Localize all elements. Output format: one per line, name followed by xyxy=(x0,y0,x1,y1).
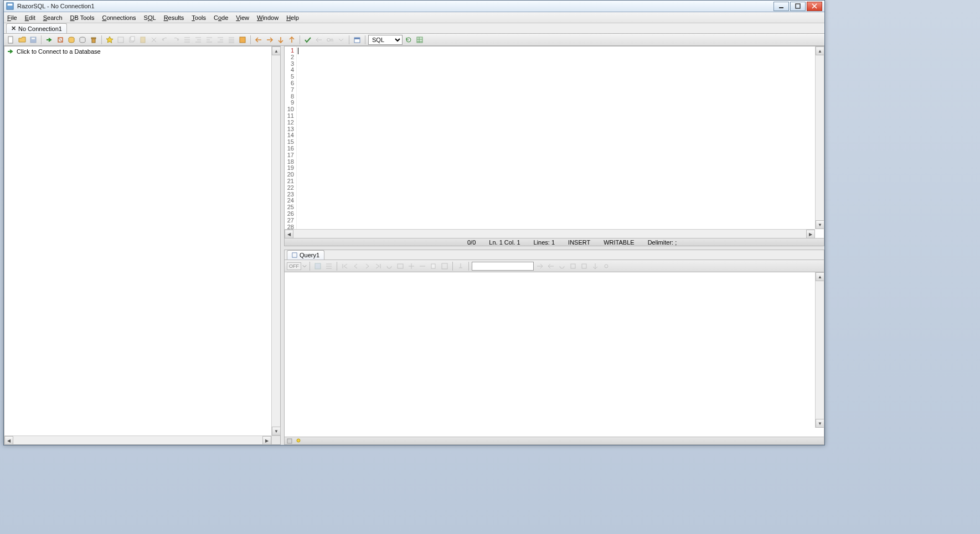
result-vscrollbar[interactable]: ▲ ▼ xyxy=(815,272,824,428)
scroll-up-icon[interactable]: ▲ xyxy=(272,46,281,55)
connection-tab[interactable]: ✕ No Connection1 xyxy=(6,23,67,33)
minimize-button[interactable] xyxy=(773,2,789,11)
scroll-down-icon[interactable]: ▼ xyxy=(272,427,281,436)
scroll-left-icon[interactable]: ◀ xyxy=(4,436,13,445)
result-list-button[interactable] xyxy=(324,261,334,271)
nav-back-button[interactable] xyxy=(254,35,264,45)
tb-cut-button[interactable] xyxy=(149,35,159,45)
check-button[interactable] xyxy=(303,35,313,45)
tb-redo-button[interactable] xyxy=(171,35,181,45)
result-save-button[interactable] xyxy=(313,261,323,271)
new-file-button[interactable] xyxy=(6,35,16,45)
delete-button[interactable] xyxy=(89,35,99,45)
result-search-input[interactable] xyxy=(472,262,534,271)
scroll-up-icon[interactable]: ▲ xyxy=(816,272,824,281)
menu-file[interactable]: File xyxy=(7,14,17,21)
refresh-syntax-button[interactable] xyxy=(404,35,414,45)
off-toggle[interactable]: OFF xyxy=(287,262,301,270)
menu-results[interactable]: Results xyxy=(164,14,184,21)
scroll-left-icon[interactable]: ◀ xyxy=(285,230,293,239)
outdent-button[interactable] xyxy=(193,35,203,45)
maximize-button[interactable] xyxy=(790,2,806,11)
nav-forward-button[interactable] xyxy=(265,35,275,45)
menu-connections[interactable]: Connections xyxy=(102,14,136,21)
connect-prompt[interactable]: Click to Connect to a Database xyxy=(4,46,280,56)
indent-button[interactable] xyxy=(182,35,192,45)
result-copy-button[interactable] xyxy=(429,261,439,271)
open-file-button[interactable] xyxy=(17,35,27,45)
scroll-down-icon[interactable]: ▼ xyxy=(816,220,824,229)
nav-down-button[interactable] xyxy=(276,35,286,45)
menu-code[interactable]: Code xyxy=(214,14,228,21)
execute-selection-button[interactable] xyxy=(116,35,126,45)
result-first-button[interactable] xyxy=(340,261,350,271)
app-window: RazorSQL - No Connection1 File Edit Sear… xyxy=(3,0,825,445)
titlebar[interactable]: RazorSQL - No Connection1 xyxy=(4,1,824,12)
result-next-button[interactable] xyxy=(362,261,372,271)
tool-gear-button[interactable] xyxy=(601,261,611,271)
calendar-button[interactable] xyxy=(352,35,362,45)
scroll-right-icon[interactable]: ▶ xyxy=(262,436,271,445)
menu-db-tools[interactable]: DB Tools xyxy=(70,14,95,21)
scroll-down-icon[interactable]: ▼ xyxy=(816,419,824,428)
result-grid[interactable]: ▲ ▼ xyxy=(285,272,824,437)
result-prev-button[interactable] xyxy=(351,261,361,271)
nav-hscrollbar[interactable]: ◀ ▶ xyxy=(4,436,271,444)
tb-paste-button[interactable] xyxy=(138,35,148,45)
syntax-select[interactable]: SQL xyxy=(368,35,403,45)
chevron-down-icon[interactable] xyxy=(302,264,307,268)
db-browse-button[interactable] xyxy=(66,35,76,45)
format-button[interactable] xyxy=(226,35,236,45)
connect-icon xyxy=(7,48,14,55)
svg-rect-6 xyxy=(32,38,35,39)
back-arrow-button[interactable] xyxy=(314,35,324,45)
highlight-button[interactable] xyxy=(238,35,247,45)
search-refresh-button[interactable] xyxy=(557,261,567,271)
svg-point-29 xyxy=(297,439,300,442)
scroll-up-icon[interactable]: ▲ xyxy=(816,46,824,55)
scroll-right-icon[interactable]: ▶ xyxy=(806,230,815,239)
tool-a-button[interactable] xyxy=(568,261,578,271)
code-area[interactable] xyxy=(297,46,824,246)
result-remove-button[interactable] xyxy=(417,261,427,271)
table-button[interactable] xyxy=(415,35,425,45)
search-next-button[interactable] xyxy=(535,261,545,271)
result-tab[interactable]: Query1 xyxy=(287,250,324,260)
menu-view[interactable]: View xyxy=(236,14,249,21)
tool-b-button[interactable] xyxy=(579,261,589,271)
svg-rect-21 xyxy=(315,263,321,269)
nav-up-button[interactable] xyxy=(287,35,297,45)
disconnect-button[interactable] xyxy=(55,35,65,45)
menu-edit[interactable]: Edit xyxy=(25,14,35,21)
result-last-button[interactable] xyxy=(373,261,383,271)
result-rows-button[interactable] xyxy=(395,261,405,271)
tool-down-button[interactable] xyxy=(590,261,600,271)
result-refresh-button[interactable] xyxy=(384,261,394,271)
tb-undo-button[interactable] xyxy=(160,35,170,45)
execute-button[interactable] xyxy=(105,35,115,45)
menu-window[interactable]: Window xyxy=(257,14,278,21)
nav-vscrollbar[interactable]: ▲ ▼ xyxy=(271,46,280,436)
svg-rect-16 xyxy=(240,37,245,43)
dropdown-button[interactable] xyxy=(336,35,346,45)
menu-tools[interactable]: Tools xyxy=(192,14,206,21)
result-tab-icon xyxy=(292,252,297,258)
connect-button[interactable] xyxy=(44,35,54,45)
editor-hscrollbar[interactable]: ◀ ▶ xyxy=(285,229,815,238)
menu-help[interactable]: Help xyxy=(286,14,299,21)
db-tool-button[interactable] xyxy=(78,35,87,45)
editor-vscrollbar[interactable]: ▲ ▼ xyxy=(815,46,824,229)
align-right-button[interactable] xyxy=(215,35,225,45)
tb-copy-button[interactable] xyxy=(127,35,137,45)
close-tab-icon[interactable]: ✕ xyxy=(11,25,16,32)
search-prev-button[interactable] xyxy=(546,261,556,271)
menu-sql[interactable]: SQL xyxy=(144,14,156,21)
result-add-button[interactable] xyxy=(406,261,416,271)
result-pin-button[interactable] xyxy=(456,261,466,271)
save-button[interactable] xyxy=(28,35,38,45)
result-export-button[interactable] xyxy=(440,261,450,271)
toggle-button[interactable]: On xyxy=(325,35,335,45)
align-left-button[interactable] xyxy=(204,35,214,45)
menu-search[interactable]: Search xyxy=(43,14,63,21)
close-button[interactable] xyxy=(807,2,822,11)
